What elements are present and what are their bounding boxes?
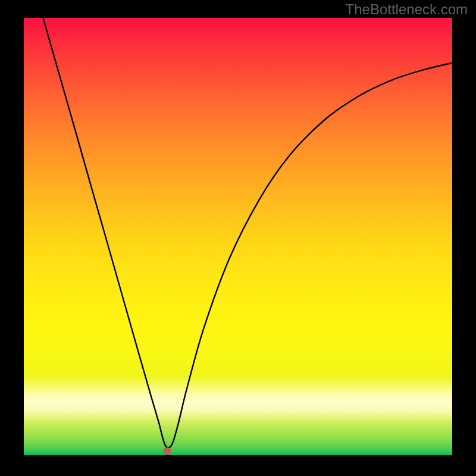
plot-area: [24, 18, 452, 455]
optimum-marker: [163, 447, 171, 455]
attribution-label: TheBottleneck.com: [346, 1, 468, 18]
chart-frame: TheBottleneck.com: [0, 0, 476, 476]
curve-path: [43, 18, 452, 447]
bottleneck-curve: [24, 18, 452, 455]
